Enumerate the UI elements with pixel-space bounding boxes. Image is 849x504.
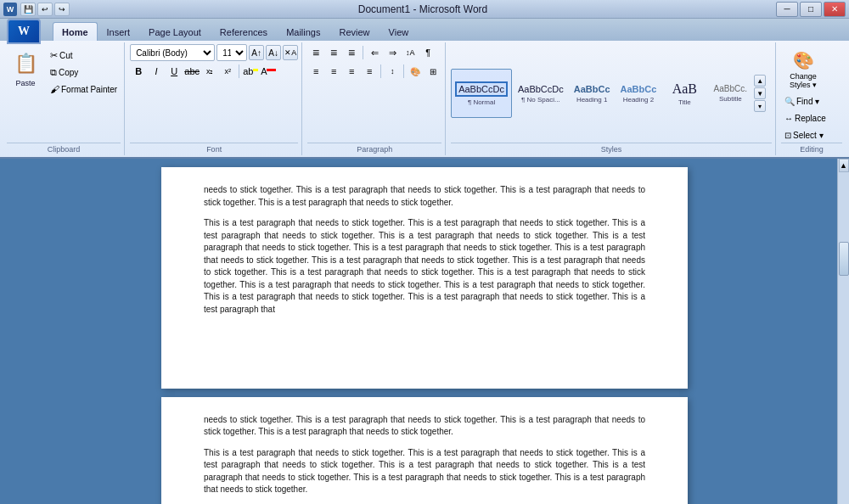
ribbon-panel: 📋 Paste ✂ Cut ⧉ Copy 🖌 Format Painter xyxy=(0,41,849,159)
style-no-spacing-preview: AaBbCcDc xyxy=(518,84,564,94)
paragraph-align-row: ≡ ≡ ≡ ≡ ↕ 🎨 ⊞ xyxy=(307,63,441,80)
font-color-button[interactable]: A xyxy=(260,63,277,80)
office-button[interactable]: W xyxy=(7,19,41,44)
change-styles-icon: 🎨 xyxy=(793,50,814,70)
style-subtitle[interactable]: AaBbCc. Subtitle xyxy=(708,69,752,118)
page-2-content[interactable]: needs to stick together. This is a test … xyxy=(161,397,688,504)
page-1-content[interactable]: needs to stick together. This is a test … xyxy=(161,167,688,333)
scroll-up-button[interactable]: ▲ xyxy=(839,159,849,172)
ribbon-tab-bar: W Home Insert Page Layout References Mai… xyxy=(0,19,849,41)
para-sep1 xyxy=(363,46,363,59)
format-painter-icon: 🖌 xyxy=(50,84,59,94)
page1-para2: This is a test paragraph that needs to s… xyxy=(204,217,645,316)
tab-references[interactable]: References xyxy=(211,22,277,41)
separator xyxy=(239,64,239,78)
close-button[interactable]: ✕ xyxy=(824,2,846,17)
paste-icon: 📋 xyxy=(12,50,39,77)
find-button[interactable]: 🔍 Find ▾ xyxy=(781,93,842,109)
document-area: ▲ ▼ needs to stick together. This is a t… xyxy=(0,159,849,504)
tab-home[interactable]: Home xyxy=(53,22,98,41)
clipboard-content: 📋 Paste ✂ Cut ⧉ Copy 🖌 Format Painter xyxy=(7,44,121,143)
justify-button[interactable]: ≡ xyxy=(361,63,378,80)
select-button[interactable]: ⊡ Select ▾ xyxy=(781,127,842,143)
clear-format-button[interactable]: ✕A xyxy=(283,45,298,60)
bold-button[interactable]: B xyxy=(130,63,147,80)
paragraph-section: ≡ ≡ ≡ ⇐ ⇒ ↕A ¶ ≡ ≡ ≡ ≡ ↕ 🎨 ⊞ Paragraph xyxy=(304,42,446,155)
page1-para1: needs to stick together. This is a test … xyxy=(204,184,645,209)
text-highlight-button[interactable]: ab xyxy=(242,63,259,80)
page-2: needs to stick together. This is a test … xyxy=(161,397,688,504)
font-grow-button[interactable]: A↑ xyxy=(249,45,264,60)
app-icon: W xyxy=(3,3,17,16)
redo-quick-btn[interactable]: ↪ xyxy=(54,3,70,16)
style-title-label: Title xyxy=(678,98,691,106)
font-shrink-button[interactable]: A↓ xyxy=(266,45,281,60)
find-icon: 🔍 xyxy=(784,97,795,106)
decrease-indent-button[interactable]: ⇐ xyxy=(366,44,383,61)
font-name-select[interactable]: Calibri (Body) xyxy=(130,44,215,61)
align-center-button[interactable]: ≡ xyxy=(325,63,342,80)
styles-scroll-up[interactable]: ▲ xyxy=(754,75,766,87)
italic-button[interactable]: I xyxy=(148,63,165,80)
change-styles-button[interactable]: 🎨 ChangeStyles ▾ xyxy=(781,48,825,92)
tab-review[interactable]: Review xyxy=(329,22,379,41)
title-bar-left: W 💾 ↩ ↪ xyxy=(3,3,70,16)
numbering-button[interactable]: ≡ xyxy=(325,44,342,61)
show-marks-button[interactable]: ¶ xyxy=(419,44,436,61)
style-heading2[interactable]: AaBbCc Heading 2 xyxy=(616,69,661,118)
scroll-track xyxy=(838,172,849,504)
font-color-bar xyxy=(267,69,276,71)
line-spacing-button[interactable]: ↕ xyxy=(384,63,401,80)
style-normal-label: ¶ Normal xyxy=(468,98,495,106)
style-heading2-label: Heading 2 xyxy=(623,96,654,104)
vertical-scrollbar[interactable]: ▲ ▼ xyxy=(837,159,849,504)
cut-button[interactable]: ✂ Cut xyxy=(47,48,121,63)
undo-quick-btn[interactable]: ↩ xyxy=(37,3,53,16)
font-format-row: B I U abc x₂ x² ab A xyxy=(130,63,298,80)
style-heading1[interactable]: AaBbCc Heading 1 xyxy=(570,69,615,118)
page2-para2: This is a test paragraph that needs to s… xyxy=(204,447,645,496)
tab-insert[interactable]: Insert xyxy=(98,22,140,41)
copy-button[interactable]: ⧉ Copy xyxy=(47,64,121,80)
tab-page-layout[interactable]: Page Layout xyxy=(139,22,211,41)
style-no-spacing[interactable]: AaBbCcDc ¶ No Spaci... xyxy=(514,69,568,118)
style-heading1-preview: AaBbCc xyxy=(574,84,610,94)
increase-indent-button[interactable]: ⇒ xyxy=(384,44,401,61)
style-heading1-label: Heading 1 xyxy=(576,96,607,104)
save-quick-btn[interactable]: 💾 xyxy=(20,3,36,16)
sort-button[interactable]: ↕A xyxy=(402,44,419,61)
subscript-button[interactable]: x₂ xyxy=(201,63,218,80)
bullets-button[interactable]: ≡ xyxy=(307,44,324,61)
border-button[interactable]: ⊞ xyxy=(424,63,441,80)
styles-expand[interactable]: ▾ xyxy=(754,100,766,112)
font-size-select[interactable]: 11 xyxy=(216,44,247,61)
paste-button[interactable]: 📋 Paste xyxy=(7,44,44,93)
maximize-button[interactable]: □ xyxy=(800,2,822,17)
styles-scroll-down[interactable]: ▼ xyxy=(754,87,766,99)
minimize-button[interactable]: ─ xyxy=(776,2,798,17)
cut-icon: ✂ xyxy=(50,50,58,61)
editing-section: 🎨 ChangeStyles ▾ 🔍 Find ▾ ↔ Replace ⊡ Se… xyxy=(778,42,846,155)
styles-section: AaBbCcDc ¶ Normal AaBbCcDc ¶ No Spaci...… xyxy=(447,42,776,155)
shading-button[interactable]: 🎨 xyxy=(407,63,424,80)
format-painter-button[interactable]: 🖌 Format Painter xyxy=(47,81,121,97)
align-left-button[interactable]: ≡ xyxy=(307,63,324,80)
para-sep3 xyxy=(403,64,404,78)
replace-button[interactable]: ↔ Replace xyxy=(781,110,842,126)
superscript-button[interactable]: x² xyxy=(219,63,236,80)
office-logo: W xyxy=(18,25,30,38)
style-title-preview: AaB xyxy=(672,81,697,97)
style-title[interactable]: AaB Title xyxy=(662,69,706,118)
tab-view[interactable]: View xyxy=(380,22,419,41)
align-right-button[interactable]: ≡ xyxy=(343,63,360,80)
multilevel-button[interactable]: ≡ xyxy=(343,44,360,61)
underline-button[interactable]: U xyxy=(166,63,183,80)
tab-mailings[interactable]: Mailings xyxy=(277,22,329,41)
scroll-thumb[interactable] xyxy=(839,242,849,276)
strikethrough-button[interactable]: abc xyxy=(183,63,200,80)
title-bar: W 💾 ↩ ↪ Document1 - Microsoft Word ─ □ ✕ xyxy=(0,0,849,19)
select-icon: ⊡ xyxy=(784,131,791,140)
style-heading2-preview: AaBbCc xyxy=(621,84,657,94)
style-normal[interactable]: AaBbCcDc ¶ Normal xyxy=(451,69,512,118)
styles-scroll-buttons: ▲ ▼ ▾ xyxy=(754,75,766,112)
